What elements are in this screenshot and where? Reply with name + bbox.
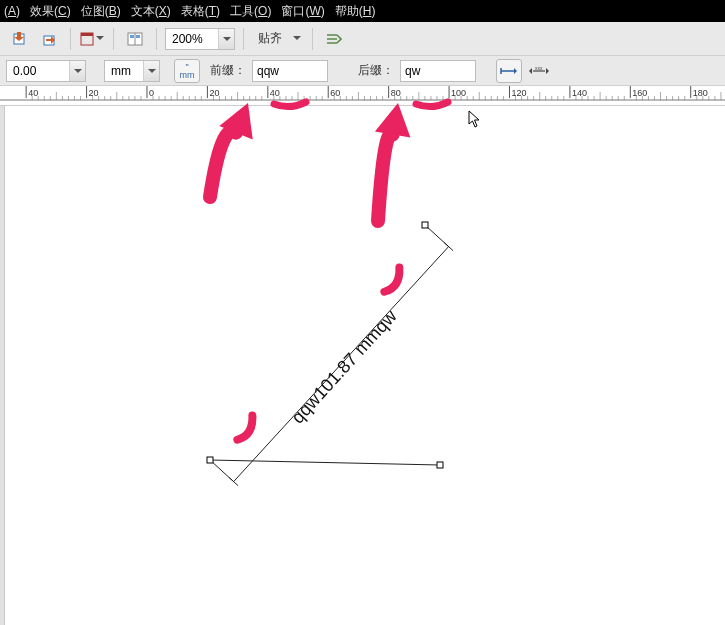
options-icon[interactable] <box>321 27 347 51</box>
svg-text:40: 40 <box>270 88 280 98</box>
svg-text:160: 160 <box>632 88 647 98</box>
menu-help[interactable]: 帮助(H) <box>335 3 376 20</box>
svg-rect-148 <box>422 222 428 228</box>
suffix-input[interactable] <box>400 60 476 82</box>
svg-rect-150 <box>437 462 443 468</box>
suffix-label: 后缀： <box>358 62 394 79</box>
svg-text:40: 40 <box>28 88 38 98</box>
toolbar-properties: "mm 前缀： 后缀： xxx <box>0 56 725 86</box>
separator <box>113 28 114 50</box>
horizontal-ruler: 4020020406080100120140160180 <box>0 86 725 106</box>
svg-rect-149 <box>207 457 213 463</box>
menu-tools[interactable]: 工具(O) <box>230 3 271 20</box>
svg-text:60: 60 <box>330 88 340 98</box>
separator <box>156 28 157 50</box>
menu-window[interactable]: 窗口(W) <box>281 3 324 20</box>
svg-rect-3 <box>81 33 93 36</box>
svg-text:80: 80 <box>391 88 401 98</box>
menubar: (A) 效果(C) 位图(B) 文本(X) 表格(T) 工具(O) 窗口(W) … <box>0 0 725 22</box>
zoom-dropdown-icon[interactable] <box>218 29 234 49</box>
zoom-input[interactable] <box>166 29 218 49</box>
prefix-label: 前缀： <box>210 62 246 79</box>
dimension-value-dropdown-icon[interactable] <box>69 61 85 81</box>
svg-text:xxx: xxx <box>535 65 543 71</box>
dimension-value-input[interactable] <box>7 61 69 81</box>
svg-line-146 <box>229 478 238 486</box>
dynamic-dimension-button[interactable] <box>496 59 522 83</box>
snap-label: 贴齐 <box>258 30 282 47</box>
mouse-cursor-icon <box>468 110 484 130</box>
import-icon[interactable] <box>6 27 32 51</box>
separator <box>312 28 313 50</box>
svg-rect-6 <box>130 35 134 38</box>
unit-combo[interactable] <box>104 60 160 82</box>
svg-text:140: 140 <box>572 88 587 98</box>
snap-dropdown-icon[interactable] <box>288 27 304 51</box>
svg-text:20: 20 <box>209 88 219 98</box>
separator <box>70 28 71 50</box>
svg-text:120: 120 <box>511 88 526 98</box>
text-position-button[interactable]: xxx <box>526 59 552 83</box>
export-icon[interactable] <box>36 27 62 51</box>
menu-text[interactable]: 文本(X) <box>131 3 171 20</box>
menu-arrange[interactable]: (A) <box>4 4 20 18</box>
mm-icon: "mm <box>180 63 195 79</box>
unit-input[interactable] <box>105 61 143 81</box>
svg-line-145 <box>444 243 453 251</box>
fullscreen-dropdown-icon[interactable] <box>79 27 105 51</box>
prefix-input[interactable] <box>252 60 328 82</box>
vertical-ruler-strip <box>0 106 5 625</box>
svg-text:20: 20 <box>89 88 99 98</box>
svg-text:180: 180 <box>693 88 708 98</box>
zoom-combo[interactable] <box>165 28 235 50</box>
svg-line-147 <box>210 460 440 465</box>
unit-dropdown-icon[interactable] <box>143 61 159 81</box>
separator <box>243 28 244 50</box>
dimension-value-combo[interactable] <box>6 60 86 82</box>
svg-rect-7 <box>136 35 140 38</box>
toolbar-standard: 贴齐 <box>0 22 725 56</box>
show-units-button[interactable]: "mm <box>174 59 200 83</box>
menu-table[interactable]: 表格(T) <box>181 3 220 20</box>
page-layout-icon[interactable] <box>122 27 148 51</box>
dimension-text[interactable]: qqw101.87 mmqw <box>287 305 401 427</box>
svg-line-143 <box>210 460 234 482</box>
svg-line-142 <box>425 225 449 247</box>
menu-bitmap[interactable]: 位图(B) <box>81 3 121 20</box>
menu-effects[interactable]: 效果(C) <box>30 3 71 20</box>
svg-line-144 <box>234 247 449 482</box>
svg-text:100: 100 <box>451 88 466 98</box>
ruler-graphics: 4020020406080100120140160180 <box>0 86 725 106</box>
